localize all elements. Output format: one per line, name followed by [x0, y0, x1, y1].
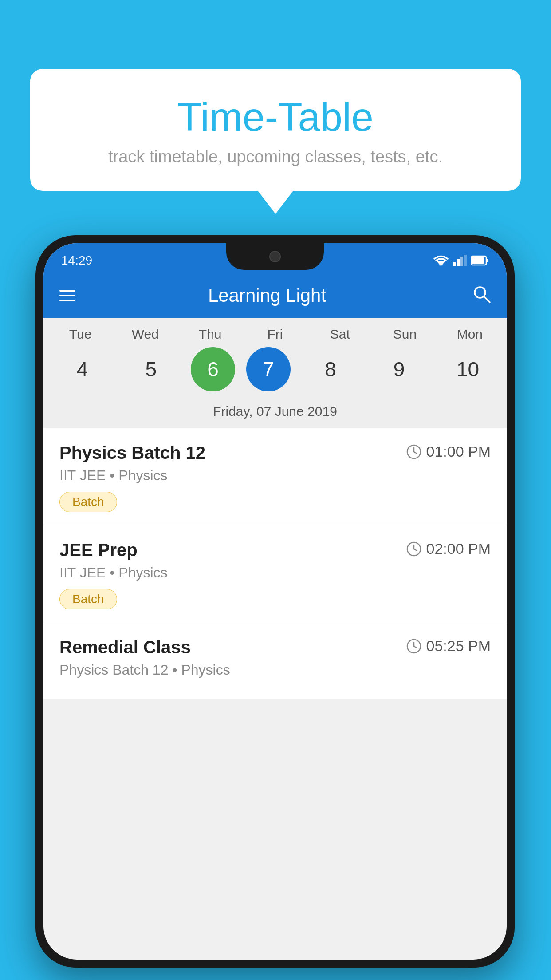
app-bar: Learning Light — [43, 273, 507, 318]
svg-rect-3 — [460, 257, 463, 266]
schedule-item-2[interactable]: JEE Prep 02:00 PM IIT JEE • Physics Batc… — [43, 525, 507, 622]
phone-screen: 14:29 — [43, 243, 507, 960]
svg-line-12 — [414, 452, 417, 454]
svg-rect-7 — [472, 257, 484, 264]
speech-bubble: Time-Table track timetable, upcoming cla… — [30, 69, 521, 191]
schedule-item-1[interactable]: Physics Batch 12 01:00 PM IIT JEE • Phys… — [43, 428, 507, 525]
day-header-sat: Sat — [311, 327, 369, 342]
schedule-item-3-header: Remedial Class 05:25 PM — [59, 637, 491, 657]
day-numbers: 4 5 6 7 8 9 10 — [43, 347, 507, 400]
svg-rect-1 — [453, 262, 456, 266]
svg-line-18 — [414, 646, 417, 648]
schedule-item-3[interactable]: Remedial Class 05:25 PM Physics Batch 12… — [43, 622, 507, 699]
day-10[interactable]: 10 — [439, 347, 496, 391]
schedule-item-1-time: 01:00 PM — [406, 443, 491, 460]
svg-line-9 — [484, 296, 490, 302]
day-8[interactable]: 8 — [302, 347, 359, 391]
svg-rect-6 — [486, 259, 488, 262]
svg-rect-4 — [464, 255, 467, 266]
schedule-item-1-header: Physics Batch 12 01:00 PM — [59, 443, 491, 463]
schedule-item-2-header: JEE Prep 02:00 PM — [59, 540, 491, 560]
wifi-icon — [433, 255, 449, 266]
clock-icon-3 — [406, 639, 421, 654]
day-6-today[interactable]: 6 — [191, 347, 235, 391]
phone-notch — [226, 243, 324, 270]
schedule-item-1-title: Physics Batch 12 — [59, 443, 205, 463]
day-5[interactable]: 5 — [122, 347, 180, 391]
schedule-item-2-time: 02:00 PM — [406, 540, 491, 557]
clock-icon-2 — [406, 541, 421, 557]
day-header-wed: Wed — [116, 327, 174, 342]
bubble-title: Time-Table — [48, 95, 503, 139]
schedule-list: Physics Batch 12 01:00 PM IIT JEE • Phys… — [43, 428, 507, 699]
schedule-item-2-subtitle: IIT JEE • Physics — [59, 565, 491, 581]
status-time: 14:29 — [61, 253, 92, 268]
day-7-selected[interactable]: 7 — [246, 347, 291, 391]
schedule-item-3-title: Remedial Class — [59, 637, 191, 657]
phone-wrapper: 14:29 — [35, 235, 515, 968]
batch-tag-2: Batch — [59, 589, 117, 609]
svg-rect-2 — [457, 259, 460, 266]
status-icons — [433, 255, 489, 266]
day-header-thu: Thu — [181, 327, 239, 342]
day-4[interactable]: 4 — [53, 347, 111, 391]
svg-marker-0 — [437, 261, 445, 266]
day-header-tue: Tue — [51, 327, 109, 342]
bubble-subtitle: track timetable, upcoming classes, tests… — [48, 147, 503, 166]
day-header-mon: Mon — [441, 327, 499, 342]
schedule-item-2-title: JEE Prep — [59, 540, 138, 560]
clock-icon-1 — [406, 444, 421, 459]
schedule-item-1-subtitle: IIT JEE • Physics — [59, 467, 491, 484]
day-header-fri: Fri — [246, 327, 304, 342]
battery-icon — [471, 255, 489, 266]
app-bar-title: Learning Light — [62, 285, 472, 306]
svg-line-15 — [414, 549, 417, 551]
calendar-strip: Tue Wed Thu Fri Sat Sun Mon 4 5 6 7 8 9 … — [43, 318, 507, 428]
phone-camera — [269, 251, 281, 262]
signal-icon — [453, 255, 467, 266]
day-9[interactable]: 9 — [370, 347, 428, 391]
selected-date-label: Friday, 07 June 2019 — [43, 400, 507, 428]
search-icon[interactable] — [472, 285, 491, 307]
day-headers: Tue Wed Thu Fri Sat Sun Mon — [43, 327, 507, 347]
schedule-item-3-subtitle: Physics Batch 12 • Physics — [59, 662, 491, 678]
phone-outer: 14:29 — [35, 235, 515, 968]
batch-tag-1: Batch — [59, 492, 117, 512]
day-header-sun: Sun — [376, 327, 434, 342]
schedule-item-3-time: 05:25 PM — [406, 637, 491, 655]
